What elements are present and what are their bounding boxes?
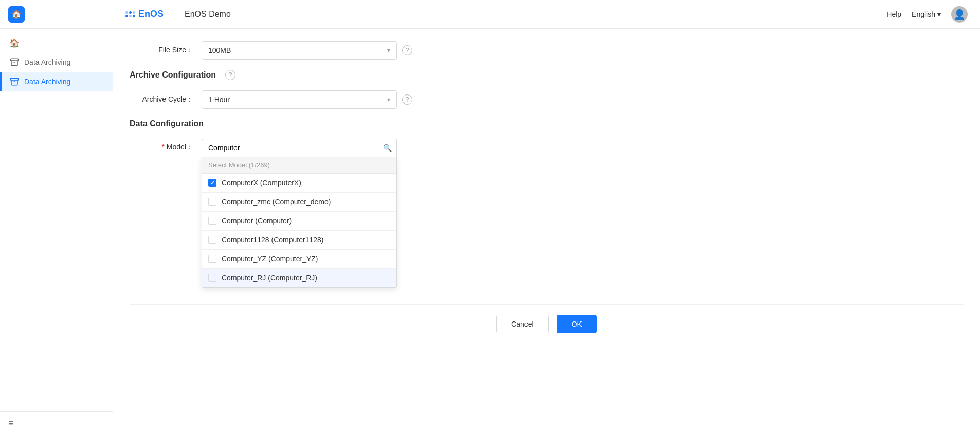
model-dropdown-container: 🔍 Select Model (1/269) ComputerX (Comput… [202, 139, 397, 288]
cancel-button[interactable]: Cancel [496, 315, 549, 333]
sidebar-footer: ≡ [0, 411, 113, 435]
logo-dot [125, 11, 128, 14]
data-section-title: Data Configuration [130, 119, 204, 128]
archive-cycle-arrow: ▾ [387, 96, 390, 103]
list-item[interactable]: ComputerX (ComputerX) [202, 174, 396, 193]
sidebar-header: 🏠 [0, 0, 113, 29]
search-icon: 🔍 [383, 144, 392, 152]
file-size-help-icon[interactable]: ? [402, 45, 412, 55]
home-icon: 🏠 [10, 38, 19, 47]
list-item[interactable]: Computer_YZ (Computer_YZ) [202, 250, 396, 269]
model-checkbox-computer-rj[interactable] [208, 274, 216, 282]
model-item-label: Computer1128 (Computer1128) [222, 236, 323, 244]
app-title: EnOS Demo [185, 10, 231, 19]
archive-section-title: Archive Configuration [130, 70, 216, 80]
sidebar-item-label: Data Archiving [24, 78, 70, 86]
file-size-value: 100MB [208, 46, 231, 54]
model-checkbox-computer-zmc[interactable] [208, 198, 216, 206]
model-checkbox-computer1128[interactable] [208, 236, 216, 244]
top-bar-right: Help English ▾ 👤 [886, 6, 968, 23]
model-item-label: ComputerX (ComputerX) [222, 179, 301, 187]
model-checkbox-computerx[interactable] [208, 179, 216, 187]
model-row: *Model： 🔍 Select Model (1/269) ComputerX… [130, 139, 964, 288]
ok-button[interactable]: OK [557, 315, 597, 333]
model-label: *Model： [130, 139, 202, 152]
language-label: English [912, 10, 935, 18]
model-search-input[interactable] [202, 139, 397, 157]
footer-buttons: Cancel OK [130, 304, 964, 333]
archive-config-header: Archive Configuration ? [130, 70, 964, 80]
logo-text: EnOS [138, 9, 164, 20]
sidebar-logo-icon: 🏠 [8, 6, 25, 23]
archive-icon-1 [10, 58, 19, 67]
archive-cycle-row: Archive Cycle： 1 Hour ▾ ? [130, 90, 964, 109]
dropdown-header: Select Model (1/269) [202, 157, 396, 174]
logo-dot [129, 15, 132, 17]
sidebar-item-data-archiving-1[interactable]: Data Archiving [0, 52, 113, 72]
archive-cycle-dropdown[interactable]: 1 Hour ▾ [202, 90, 397, 109]
logo-dot [129, 11, 132, 14]
sidebar-nav: 🏠 Data Archiving Data Archiving [0, 29, 113, 411]
file-size-row: File Size： 100MB ▾ ? [130, 41, 964, 60]
data-config-header: Data Configuration [130, 119, 964, 128]
list-item[interactable]: Computer1128 (Computer1128) [202, 231, 396, 250]
model-checkbox-computer[interactable] [208, 217, 216, 225]
archive-cycle-label: Archive Cycle： [130, 95, 202, 104]
logo-dot [133, 11, 135, 14]
model-item-label: Computer_YZ (Computer_YZ) [222, 255, 318, 263]
logo-dot [125, 15, 128, 17]
model-item-label: Computer (Computer) [222, 217, 292, 225]
user-avatar[interactable]: 👤 [951, 6, 968, 23]
model-item-label: Computer_RJ (Computer_RJ) [222, 274, 317, 282]
svg-rect-2 [11, 78, 19, 80]
archive-icon-2 [10, 77, 19, 86]
sidebar-item-home[interactable]: 🏠 [0, 33, 113, 52]
svg-rect-0 [11, 59, 19, 61]
divider [172, 9, 172, 20]
required-indicator: * [161, 143, 164, 151]
sidebar-logo: 🏠 [8, 6, 25, 23]
logo-dot [133, 15, 135, 17]
sidebar-item-data-archiving-2[interactable]: Data Archiving [0, 72, 113, 91]
language-selector[interactable]: English ▾ [912, 10, 941, 18]
list-item[interactable]: Computer_RJ (Computer_RJ) [202, 269, 396, 287]
file-size-label: File Size： [130, 46, 202, 55]
sidebar-item-label: Data Archiving [24, 58, 70, 66]
list-item[interactable]: Computer (Computer) [202, 212, 396, 231]
model-item-label: Computer_zmc (Computer_demo) [222, 198, 331, 206]
help-link[interactable]: Help [886, 10, 901, 18]
archive-cycle-value: 1 Hour [208, 96, 230, 104]
language-arrow: ▾ [937, 10, 941, 18]
list-item[interactable]: Computer_zmc (Computer_demo) [202, 193, 396, 212]
file-size-arrow: ▾ [387, 47, 390, 54]
model-dropdown-panel: Select Model (1/269) ComputerX (Computer… [202, 157, 397, 288]
enos-logo: EnOS [125, 9, 164, 20]
model-checkbox-computer-yz[interactable] [208, 255, 216, 263]
top-bar: EnOS EnOS Demo Help English ▾ 👤 [113, 0, 980, 29]
sidebar: 🏠 🏠 Data Archiving [0, 0, 113, 435]
archive-section-help-icon[interactable]: ? [225, 70, 235, 80]
model-input-wrapper: 🔍 [202, 139, 397, 157]
archive-cycle-help-icon[interactable]: ? [402, 94, 412, 105]
logo-dots [125, 11, 135, 17]
main-content: File Size： 100MB ▾ ? Archive Configurati… [113, 29, 980, 435]
collapse-menu-icon[interactable]: ≡ [8, 418, 104, 429]
file-size-dropdown[interactable]: 100MB ▾ [202, 41, 397, 60]
